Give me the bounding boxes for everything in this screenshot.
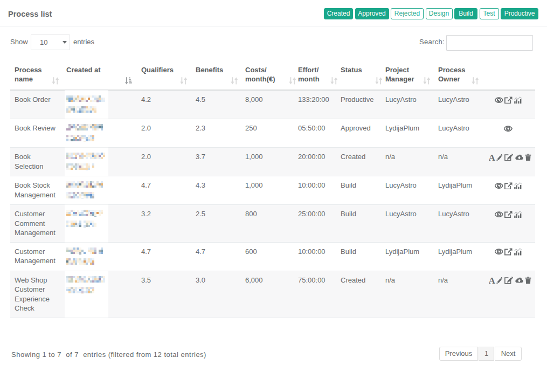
- svg-text:A: A: [489, 277, 496, 284]
- svg-text:A: A: [489, 154, 496, 161]
